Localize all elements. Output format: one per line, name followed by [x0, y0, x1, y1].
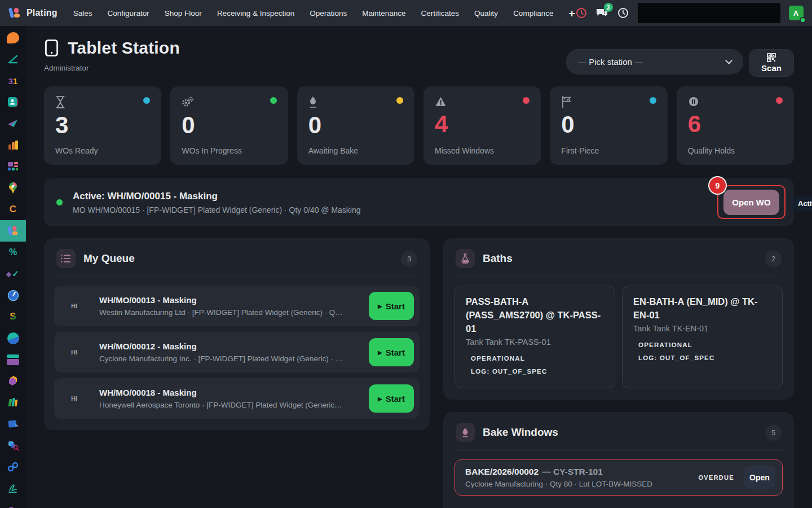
- bake-item[interactable]: BAKE/2026/00002— CY-STR-101 Cyclone Manu…: [454, 459, 783, 496]
- priority-tag: HI: [71, 303, 99, 309]
- menu-maintenance[interactable]: Maintenance: [362, 9, 405, 17]
- sidebar-item-documents[interactable]: [0, 413, 26, 435]
- gears-icon: [182, 96, 194, 108]
- online-status-dot: [800, 17, 806, 23]
- start-button[interactable]: ▶ Start: [369, 292, 414, 320]
- queue-item-subtitle: Honeywell Aerospace Toronto · [FP-WIDGET…: [99, 401, 363, 409]
- appraisals-icon: [7, 506, 19, 508]
- play-icon: ▶: [378, 303, 382, 309]
- kpi-card-wos-ready[interactable]: 3 WOs Ready: [44, 86, 161, 165]
- sidebar-item-crm[interactable]: C: [0, 199, 26, 220]
- discuss-icon: [7, 32, 19, 43]
- kpi-card-wos-in-progress[interactable]: 0 WOs In Progress: [170, 86, 288, 165]
- menu-sales[interactable]: Sales: [73, 9, 92, 17]
- sidebar-item-marketing[interactable]: [0, 392, 26, 413]
- kpi-card-quality-holds[interactable]: 6 Quality Holds: [677, 86, 794, 165]
- kpi-row: 3 WOs Ready 0 WOs In Progress 0 Awaiting…: [44, 86, 794, 165]
- active-status-dot: [56, 199, 63, 205]
- start-button-label: Start: [386, 301, 405, 311]
- bath-log: LOG: OUT_OF_SPEC: [633, 354, 771, 361]
- menu-shop-floor[interactable]: Shop Floor: [165, 9, 202, 17]
- baths-title: Baths: [483, 252, 513, 265]
- queue-item[interactable]: HI WH/MO/00012 - Masking Cyclone Manufac…: [54, 332, 420, 373]
- station-select[interactable]: — Pick station —: [566, 49, 743, 75]
- bake-code: BAKE/2026/00002: [465, 467, 539, 476]
- sidebar-item-timesheets[interactable]: [0, 284, 26, 306]
- avatar[interactable]: A: [789, 6, 804, 20]
- queue-item[interactable]: HI WH/MO/00013 - Masking Westin Manufact…: [54, 286, 420, 326]
- sales-icon: S: [10, 311, 16, 322]
- kpi-label: Missed Windows: [435, 146, 529, 155]
- menu-compliance[interactable]: Compliance: [513, 9, 553, 17]
- sidebar-item-dashboards[interactable]: [0, 156, 26, 177]
- kpi-card-first-piece[interactable]: 0 First-Piece: [550, 86, 667, 165]
- active-wo-title: Active: WH/MO/00015 - Masking: [73, 191, 361, 202]
- sidebar-item-cards[interactable]: [0, 349, 26, 370]
- overdue-badge: OVERDUE: [699, 474, 735, 481]
- start-button[interactable]: ▶ Start: [369, 384, 414, 413]
- bake-count-badge: 5: [765, 424, 782, 441]
- knowledge-icon: [7, 54, 19, 65]
- tablet-icon: [44, 39, 59, 57]
- sidebar-item-todo[interactable]: ✓: [0, 263, 26, 284]
- sidebar-item-sign[interactable]: [0, 478, 26, 499]
- bake-ref: — CY-STR-101: [542, 467, 603, 476]
- menu-receiving-inspection[interactable]: Receiving & Inspection: [217, 9, 294, 17]
- plus-icon[interactable]: +: [568, 8, 575, 19]
- sidebar-item-knowledge[interactable]: [0, 49, 26, 70]
- open-wo-button[interactable]: Open WO: [723, 190, 779, 215]
- messages-icon[interactable]: 3: [596, 7, 608, 19]
- menu-configurator[interactable]: Configurator: [108, 9, 149, 17]
- sidebar-item-analytics[interactable]: [0, 134, 26, 156]
- scan-button-label: Scan: [761, 63, 782, 73]
- bath-title: EN-BATH-A (EN_MID) @ TK-EN-01: [633, 295, 771, 322]
- menu-operations[interactable]: Operations: [310, 9, 347, 17]
- start-button-label: Start: [386, 394, 405, 404]
- bath-subtitle: Tank Tank TK-EN-01: [633, 324, 771, 333]
- sidebar-item-quality[interactable]: [0, 435, 26, 456]
- sidebar-item-discuss[interactable]: [0, 27, 26, 49]
- sidebar-item-discounts[interactable]: %: [0, 242, 26, 263]
- bath-status: OPERATIONAL: [466, 355, 604, 362]
- sidebar-item-planning[interactable]: [0, 327, 26, 349]
- pause-circle-icon: [688, 96, 699, 107]
- links-chain-icon: [7, 461, 19, 472]
- brand-name: Plating: [27, 8, 58, 18]
- play-icon: ▶: [378, 349, 382, 356]
- kpi-card-missed-windows[interactable]: 4 Missed Windows: [423, 86, 541, 165]
- sidebar-item-sales[interactable]: S: [0, 306, 26, 327]
- inventory-hexagon-icon: [7, 375, 19, 387]
- bath-card[interactable]: EN-BATH-A (EN_MID) @ TK-EN-01 Tank Tank …: [622, 286, 783, 388]
- sidebar-item-plating-active[interactable]: [0, 220, 26, 242]
- brand[interactable]: Plating: [8, 6, 58, 20]
- start-button[interactable]: ▶ Start: [369, 338, 414, 366]
- bath-log: LOG: OUT_OF_SPEC: [466, 368, 604, 375]
- menu-certificates[interactable]: Certificates: [421, 9, 460, 17]
- sidebar-item-calendar[interactable]: 31: [0, 70, 26, 91]
- flame-icon: [308, 96, 317, 108]
- sidebar-item-inventory[interactable]: [0, 370, 26, 392]
- scan-button[interactable]: Scan: [749, 49, 794, 77]
- queue-item[interactable]: HI WH/MO/00018 - Masking Honeywell Aeros…: [54, 378, 420, 419]
- menu-quality[interactable]: Quality: [474, 9, 498, 17]
- overdue-activities-icon[interactable]: [575, 7, 588, 19]
- active-tooltip: Activ: [793, 196, 812, 211]
- open-button[interactable]: Open: [744, 466, 775, 489]
- sidebar-item-appraisals[interactable]: [0, 499, 26, 508]
- status-dot: [270, 97, 277, 104]
- dashboards-icon: [7, 161, 19, 172]
- sidebar-item-contacts[interactable]: [0, 91, 26, 113]
- page-title: Tablet Station: [68, 38, 180, 58]
- kpi-value: 6: [688, 112, 783, 136]
- status-dot: [143, 97, 150, 104]
- avatar-initial: A: [793, 9, 798, 17]
- sidebar-item-field-service[interactable]: [0, 113, 26, 134]
- bake-flame-icon: [456, 423, 475, 442]
- sidebar-item-maps[interactable]: [0, 177, 26, 199]
- bath-card[interactable]: PASS-BATH-A (PASS_AMS2700) @ TK-PASS-01 …: [454, 286, 615, 388]
- kpi-card-awaiting-bake[interactable]: 0 Awaiting Bake: [297, 86, 414, 165]
- analytics-icon: [7, 139, 19, 151]
- sidebar-item-links[interactable]: [0, 456, 26, 478]
- field-service-icon: [7, 118, 19, 129]
- recent-clock-icon[interactable]: [617, 7, 629, 19]
